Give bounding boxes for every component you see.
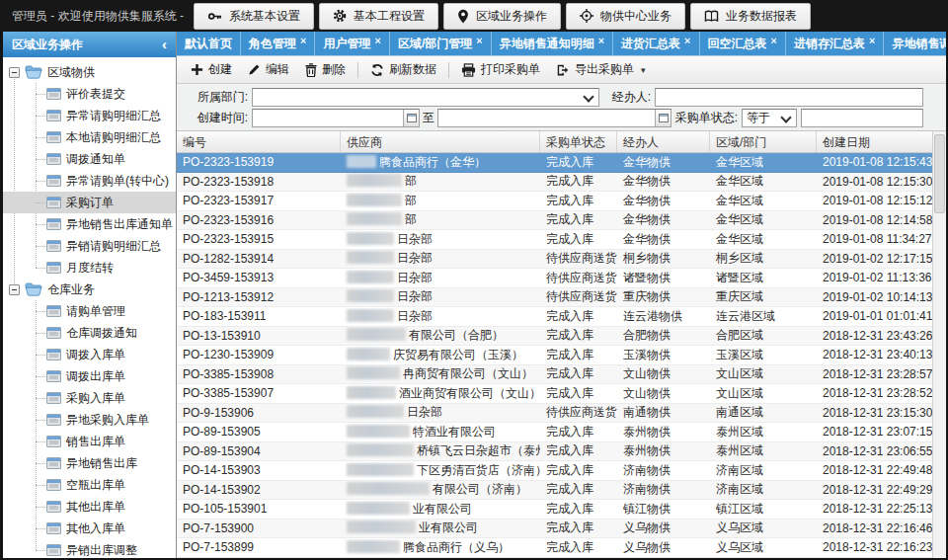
column-header-区域/部门[interactable]: 区域/部门 <box>710 131 817 152</box>
close-tab-icon[interactable]: × <box>684 36 690 46</box>
table-row[interactable]: PO-7-153899腾食品商行（义乌）完成入库义乌物供义乌区域2018-12-… <box>177 538 933 558</box>
status-filter-input[interactable] <box>801 109 923 127</box>
table-row[interactable]: PO-89-153904桥镇飞云日杂超市（泰州）完成入库泰州物供泰州区域2018… <box>177 442 933 462</box>
delete-button[interactable]: 删除 <box>297 58 354 81</box>
close-tab-icon[interactable]: × <box>771 36 777 46</box>
table-row[interactable]: PO-1282-153914日杂部待供应商送货桐乡物供桐乡区域2019-01-0… <box>177 250 933 270</box>
table-row[interactable]: PO-1230-153909庆贸易有限公司（玉溪）完成入库玉溪物供玉溪区域201… <box>177 346 933 365</box>
tree-item[interactable]: 异地销售出库通知单 <box>3 213 176 235</box>
tree-item[interactable]: 异销出库调整 <box>3 539 176 558</box>
tree-item[interactable]: 异常请购单(转中心) <box>3 170 176 192</box>
tree-item[interactable]: 其他出库单 <box>3 496 176 518</box>
table-row[interactable]: PO-2323-153919腾食品商行（金华）完成入库金华物供金华区域2019-… <box>177 153 933 173</box>
refresh-button[interactable]: 刷新数据 <box>362 58 444 81</box>
column-header-经办人[interactable]: 经办人 <box>617 131 710 152</box>
tree-item[interactable]: 异常请购明细汇总 <box>3 105 176 126</box>
tab-用户管理[interactable]: 用户管理× <box>315 32 389 55</box>
table-row[interactable]: PO-9-153906日杂部待供应商送货南通物供南通区域2018-12-31 2… <box>177 404 933 424</box>
tree-folder[interactable]: 仓库业务 <box>3 279 176 300</box>
tab-回空汇总表[interactable]: 回空汇总表× <box>700 32 786 55</box>
tab-进货汇总表[interactable]: 进货汇总表× <box>613 32 699 55</box>
tree-item[interactable]: 仓库调拨通知 <box>3 322 176 344</box>
table-row[interactable]: PO-13-153910有限公司（合肥）完成入库合肥物供合肥区域2018-12-… <box>177 327 933 347</box>
created-from-input[interactable] <box>252 109 420 127</box>
tree-item[interactable]: 空瓶出库单 <box>3 474 176 496</box>
table-row[interactable]: PO-3385-153907酒业商贸有限公司（文山）完成入库文山物供文山区域20… <box>177 384 933 404</box>
close-tab-icon[interactable]: × <box>869 36 875 46</box>
collapse-node-icon[interactable] <box>9 67 20 78</box>
table-row[interactable]: PO-89-153905特酒业有限公司完成入库泰州物供泰州区域2018-12-3… <box>177 423 933 442</box>
tree-item[interactable]: 调拨出库单 <box>3 365 176 387</box>
calendar-icon[interactable] <box>655 110 671 126</box>
close-tab-icon[interactable]: × <box>598 36 604 46</box>
tree-item[interactable]: 采购入库单 <box>3 387 176 409</box>
tree-item[interactable]: 异地销售出库 <box>3 452 176 474</box>
tree-item[interactable]: 异地采购入库单 <box>3 409 176 431</box>
form-icon <box>46 218 61 230</box>
tab-角色管理[interactable]: 角色管理× <box>241 32 315 55</box>
tree-item[interactable]: 其他入库单 <box>3 518 176 539</box>
table-scrollbar[interactable] <box>932 131 946 558</box>
collapse-sidebar-icon[interactable]: ‹ <box>162 37 167 51</box>
table-row[interactable]: PO-2323-153917部完成入库金华物供金华区域2019-01-08 12… <box>177 192 933 211</box>
scrollbar-thumb[interactable] <box>934 134 945 213</box>
region-business-button[interactable]: 区域业务操作 <box>443 3 561 30</box>
table-row[interactable]: PO-2323-153916部完成入库金华物供金华区域2019-01-08 12… <box>177 211 933 231</box>
tree-item-label: 请购单管理 <box>66 303 125 320</box>
plus-icon <box>191 63 203 76</box>
tree-item[interactable]: 评价表提交 <box>3 83 176 105</box>
table-row[interactable]: PO-105-153901业有限公司完成入库镇江物供镇江区域2018-12-31… <box>177 500 933 520</box>
status-cell: 完成入库 <box>540 308 617 325</box>
table-row[interactable]: PO-2323-153918部完成入库金华物供金华区域2019-01-08 12… <box>177 173 933 193</box>
system-settings-button[interactable]: 系统基本设置 <box>194 3 314 30</box>
tree-item[interactable]: 请购单管理 <box>3 300 176 322</box>
table-row[interactable]: PO-7-153900业有限公司完成入库义乌物供义乌区域2018-12-31 2… <box>177 520 933 539</box>
tab-默认首页[interactable]: 默认首页 <box>177 32 241 55</box>
collapse-node-icon[interactable] <box>9 284 20 295</box>
tab-异地销售通知明细[interactable]: 异地销售通知明细× <box>492 32 613 55</box>
calendar-icon[interactable] <box>403 110 419 126</box>
tree-item[interactable]: 调拨入库单 <box>3 344 176 365</box>
tree-item[interactable]: 销售出库单 <box>3 431 176 452</box>
column-header-供应商[interactable]: 供应商 <box>341 131 540 152</box>
tree-item[interactable]: 异销请购明细汇总 <box>3 235 176 257</box>
column-header-编号[interactable]: 编号 <box>177 131 341 152</box>
create-button[interactable]: 创建 <box>183 58 240 81</box>
tree-item[interactable]: 本地请购明细汇总 <box>3 126 176 148</box>
table-row[interactable]: PO-2323-153915日杂部完成入库金华物供金华区域2019-01-08 … <box>177 230 933 250</box>
tree-item[interactable]: 采购订单 <box>3 192 176 213</box>
table-row[interactable]: PO-14-153903下区勇清百货店（济南）完成入库济南物供济南区域2018-… <box>177 461 933 481</box>
close-tab-icon[interactable]: × <box>300 36 306 46</box>
basic-project-settings-button[interactable]: 基本工程设置 <box>319 3 438 30</box>
tree-item-label: 异常请购明细汇总 <box>66 108 161 124</box>
table-row[interactable]: PO-1213-153912日杂部待供应商送货重庆物供重庆区域2019-01-0… <box>177 288 933 308</box>
column-header-采购单状态[interactable]: 采购单状态 <box>540 131 617 152</box>
created-to-input[interactable] <box>437 109 672 127</box>
column-header-创建日期[interactable]: 创建日期 <box>817 131 933 152</box>
tab-异地销售调整明细[interactable]: 异地销售调整明细× <box>884 32 946 55</box>
status-op-select[interactable]: 等于 <box>742 109 797 127</box>
status-cell: 完成入库 <box>540 154 617 171</box>
tab-区域/部门管理[interactable]: 区域/部门管理× <box>390 32 492 55</box>
date-cell: 2019-01-08 11:34:27 <box>817 232 933 246</box>
close-tab-icon[interactable]: × <box>374 36 380 46</box>
export-po-button[interactable]: 导出采购单▾ <box>548 58 654 81</box>
supplier-cell: 腾食品商行（义乌） <box>341 539 540 556</box>
table-row[interactable]: PO-14-153902有限公司（济南）完成入库济南物供济南区域2018-12-… <box>177 481 933 501</box>
edit-button[interactable]: 编辑 <box>240 58 297 81</box>
tab-进销存汇总表[interactable]: 进销存汇总表× <box>786 32 884 55</box>
business-reports-button[interactable]: 业务数据报表 <box>690 3 811 30</box>
table-row[interactable]: PO-183-153911日杂部完成入库连云港物供连云港区域2019-01-01… <box>177 307 933 327</box>
agent-filter-input[interactable] <box>655 88 923 107</box>
supply-center-button[interactable]: 物供中心业务 <box>566 3 685 30</box>
tree-folder[interactable]: 区域物供 <box>3 61 176 83</box>
tree-item[interactable]: 月度结转 <box>3 257 176 279</box>
close-tab-icon[interactable]: × <box>476 36 482 46</box>
form-icon <box>46 131 61 143</box>
table-row[interactable]: PO-3385-153908冉商贸有限公司（文山）完成入库文山物供文山区域201… <box>177 365 933 385</box>
print-po-button[interactable]: 打印采购单 <box>453 58 548 81</box>
form-icon <box>46 544 61 556</box>
tree-item[interactable]: 调拨通知单 <box>3 148 176 170</box>
dept-filter-select[interactable] <box>252 88 599 107</box>
table-row[interactable]: PO-3459-153913日杂部待供应商送货诸暨物供诸暨区域2019-01-0… <box>177 269 933 288</box>
